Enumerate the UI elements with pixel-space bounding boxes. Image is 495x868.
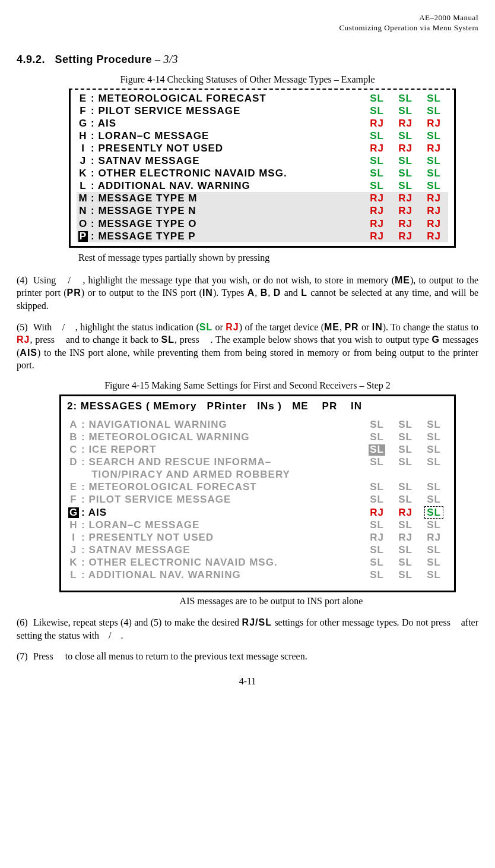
list-row: I: PRESENTLY NOT USEDRJRJRJ bbox=[67, 531, 448, 544]
status-cell: SL bbox=[391, 456, 420, 468]
status-cell: SL bbox=[363, 481, 391, 493]
row-name: : ICE REPORT bbox=[80, 443, 363, 456]
row-name: : METEOROLOGICAL FORECAST bbox=[80, 481, 363, 493]
status-cell: SL bbox=[420, 569, 448, 581]
status-cell: SL bbox=[363, 544, 391, 556]
status-cell: SL bbox=[391, 544, 420, 556]
row-key: L bbox=[67, 569, 80, 581]
section-heading: 4.9.2. Setting Procedure – 3/3 bbox=[17, 53, 478, 66]
row-key: G bbox=[77, 117, 90, 130]
para-7: (7)Press to close all menus to return to… bbox=[17, 650, 478, 663]
row-name: : MESSAGE TYPE P bbox=[90, 230, 363, 242]
list-row: TION/PIRACY AND ARMED ROBBERY bbox=[67, 468, 448, 481]
row-key: E bbox=[77, 92, 90, 105]
status-cell: SL bbox=[420, 556, 448, 569]
status-cell: SL bbox=[363, 167, 391, 179]
status-cell: RJ bbox=[391, 192, 420, 204]
status-cell: SL bbox=[391, 443, 420, 456]
status-cell: SL bbox=[363, 418, 391, 431]
figure1-annotation: Rest of message types partially shown by… bbox=[78, 252, 478, 263]
status-cell: SL bbox=[391, 418, 420, 431]
row-name: : NAVIGATIONAL WARNING bbox=[80, 418, 363, 431]
row-key: D bbox=[67, 456, 80, 468]
status-cell: RJ bbox=[363, 531, 391, 544]
section-title: Setting Procedure bbox=[55, 53, 153, 65]
status-cell: SL bbox=[391, 493, 420, 506]
status-cell: SL bbox=[391, 481, 420, 493]
status-cell: SL bbox=[420, 456, 448, 468]
row-name: : METEOROLOGICAL FORECAST bbox=[90, 92, 363, 105]
figure1-caption: Figure 4-14 Checking Statuses of Other M… bbox=[17, 74, 478, 85]
status-cell: RJ bbox=[420, 117, 448, 130]
row-name: : AIS bbox=[80, 506, 363, 519]
list-row: G: AISRJRJRJ bbox=[77, 117, 448, 130]
cursor-letter: G bbox=[68, 507, 79, 519]
status-cell: SL bbox=[420, 167, 448, 179]
row-name: : LORAN–C MESSAGE bbox=[90, 130, 363, 142]
list-row: A: NAVIGATIONAL WARNINGSLSLSL bbox=[67, 418, 448, 431]
status-cell: SL bbox=[391, 519, 420, 531]
row-key: H bbox=[77, 130, 90, 142]
list-row: F: PILOT SERVICE MESSAGESLSLSL bbox=[77, 105, 448, 117]
section-number: 4.9.2. bbox=[17, 53, 45, 65]
row-name: : PRESENTLY NOT USED bbox=[90, 142, 363, 154]
list-row: B: METEOROLOGICAL WARNINGSLSLSL bbox=[67, 431, 448, 443]
status-cell: SL bbox=[363, 179, 391, 192]
row-key: F bbox=[67, 493, 80, 506]
row-name: : SATNAV MESSAGE bbox=[90, 154, 363, 167]
list-row: C: ICE REPORTSLSLSL bbox=[67, 443, 448, 456]
row-key: M bbox=[77, 192, 90, 204]
row-name: : OTHER ELECTRONIC NAVAID MSG. bbox=[80, 556, 363, 569]
status-cell: SL bbox=[420, 418, 448, 431]
status-cell: SL bbox=[420, 493, 448, 506]
list-row: I: PRESENTLY NOT USEDRJRJRJ bbox=[77, 142, 448, 154]
row-key: N bbox=[77, 204, 90, 217]
screen-title: 2: MESSAGES ( MEmory PRinter INs ) ME PR… bbox=[67, 399, 448, 415]
status-cell: RJ bbox=[391, 230, 420, 242]
row-key: K bbox=[67, 556, 80, 569]
status-cell: RJ bbox=[391, 506, 420, 519]
list-row: L: ADDITIONAL NAV. WARNINGSLSLSL bbox=[77, 179, 448, 192]
status-cell: SL bbox=[391, 556, 420, 569]
list-row: P: MESSAGE TYPE PRJRJRJ bbox=[77, 230, 448, 242]
section-suffix: – 3/3 bbox=[152, 53, 178, 65]
row-key: C bbox=[67, 443, 80, 456]
para-5: (5)With / , highlight the status indicat… bbox=[17, 321, 478, 372]
status-cell: RJ bbox=[420, 531, 448, 544]
status-cell: SL bbox=[420, 105, 448, 117]
page-number: 4-11 bbox=[17, 676, 478, 687]
list-row: J: SATNAV MESSAGESLSLSL bbox=[77, 154, 448, 167]
figure2-screen: 2: MESSAGES ( MEmory PRinter INs ) ME PR… bbox=[59, 394, 456, 592]
row-key: O bbox=[77, 217, 90, 230]
list-row: H: LORAN–C MESSAGESLSLSL bbox=[77, 130, 448, 142]
status-cell: SL bbox=[391, 105, 420, 117]
status-cell: SL bbox=[363, 519, 391, 531]
status-cell: SL bbox=[391, 154, 420, 167]
row-name: : ADDITIONAL NAV. WARNING bbox=[80, 569, 363, 581]
status-cell: SL bbox=[363, 569, 391, 581]
list-row: O: MESSAGE TYPE ORJRJRJ bbox=[77, 217, 448, 230]
status-cell: RJ bbox=[420, 192, 448, 204]
row-name: : ADDITIONAL NAV. WARNING bbox=[90, 179, 363, 192]
list-row: N: MESSAGE TYPE NRJRJRJ bbox=[77, 204, 448, 217]
row-name: : OTHER ELECTRONIC NAVAID MSG. bbox=[90, 167, 363, 179]
status-cell: SL bbox=[420, 544, 448, 556]
row-name: : PILOT SERVICE MESSAGE bbox=[90, 105, 363, 117]
status-cell: SL bbox=[363, 493, 391, 506]
status-cell: SL bbox=[391, 130, 420, 142]
selected-status: SL bbox=[369, 444, 385, 456]
status-cell: RJ bbox=[391, 531, 420, 544]
list-row: J: SATNAV MESSAGESLSLSL bbox=[67, 544, 448, 556]
status-cell: SL bbox=[420, 443, 448, 456]
status-cell: RJ bbox=[420, 142, 448, 154]
status-cell: SL bbox=[363, 105, 391, 117]
status-cell: SL bbox=[391, 179, 420, 192]
status-cell: SL bbox=[363, 431, 391, 443]
status-cell: SL bbox=[363, 443, 391, 456]
row-name: : LORAN–C MESSAGE bbox=[80, 519, 363, 531]
list-row: H: LORAN–C MESSAGESLSLSL bbox=[67, 519, 448, 531]
figure2-caption: Figure 4-15 Making Same Settings for Fir… bbox=[17, 380, 478, 391]
status-cell: RJ bbox=[363, 506, 391, 519]
row-name: : PRESENTLY NOT USED bbox=[80, 531, 363, 544]
status-cell: SL bbox=[420, 519, 448, 531]
